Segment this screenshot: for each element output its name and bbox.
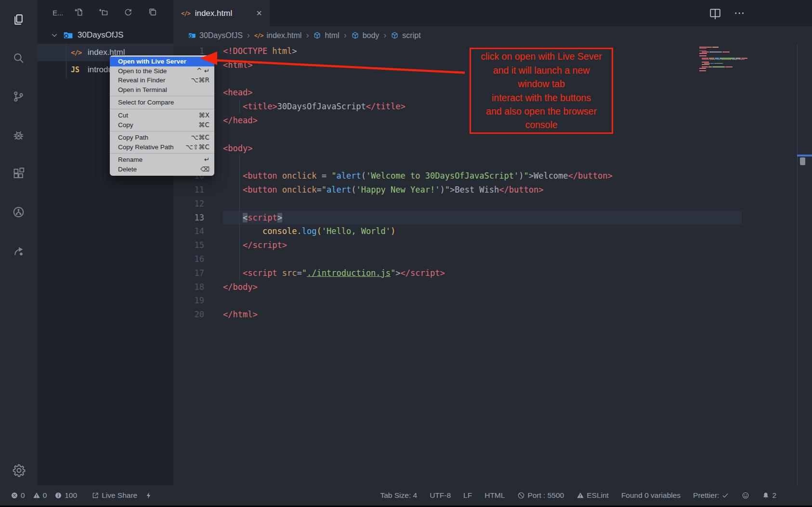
code-line-13[interactable]: 13 <script> [173, 211, 812, 225]
code-line-16[interactable]: 16 [173, 252, 812, 266]
circle-branch-icon[interactable] [0, 193, 37, 231]
extensions-icon[interactable] [0, 154, 37, 193]
status-text: 100 [65, 491, 77, 500]
breadcrumb-body[interactable]: body [351, 31, 380, 40]
menu-item-reveal-in-finder[interactable]: Reveal in Finder⌥⌘R [110, 76, 214, 85]
activity-bar [0, 0, 37, 485]
slash-circle-icon[interactable]: Port : 5500 [517, 491, 564, 500]
menu-item-delete[interactable]: Delete⌫ [110, 165, 214, 174]
code-line-18[interactable]: 18</body> [173, 280, 812, 294]
smiley-icon[interactable] [742, 492, 749, 499]
minimap-line [702, 62, 747, 63]
search-icon[interactable] [0, 39, 37, 77]
menu-item-open-with-live-server[interactable]: Open with Live Server [110, 57, 214, 66]
breadcrumb-separator: › [383, 30, 386, 40]
html[interactable]: HTML [485, 491, 505, 500]
cube-icon [313, 31, 321, 39]
breadcrumb-label: html [325, 31, 339, 40]
annotation-line: console [471, 118, 612, 131]
breadcrumb-30DaysOfJS[interactable]: 30DaysOfJS [188, 31, 243, 40]
line-number: 19 [173, 294, 204, 308]
minimap-line [699, 53, 747, 54]
code-line-17[interactable]: 17 <script src="./introduction.js"></scr… [173, 266, 812, 280]
minimap-line [699, 57, 747, 58]
html-file-icon: </> [181, 10, 190, 17]
share-arrow-icon[interactable] [0, 231, 37, 270]
found-0-variables[interactable]: Found 0 variables [621, 491, 681, 500]
code-line-11[interactable]: 11 <button onclick="alert('Happy New Yea… [173, 183, 812, 197]
minimap[interactable] [699, 47, 747, 72]
utf-8[interactable]: UTF-8 [430, 491, 451, 500]
code-line-20[interactable]: 20</html> [173, 308, 812, 322]
menu-item-open-to-the-side[interactable]: Open to the Side^ ↵ [110, 66, 214, 76]
code-text: console.log('Hello, World') [223, 224, 395, 238]
menu-item-open-in-terminal[interactable]: Open in Terminal [110, 85, 214, 95]
warning-icon[interactable]: ESLint [576, 491, 609, 500]
code-line-10[interactable]: 10 <button onclick = "alert('Welcome to … [173, 169, 812, 183]
lightning-icon[interactable] [145, 492, 153, 499]
menu-item-copy-relative-path[interactable]: Copy Relative Path⌥⇧⌘C [110, 143, 214, 152]
breadcrumb-script[interactable]: script [391, 31, 420, 40]
breadcrumb-label: body [363, 31, 380, 40]
breadcrumb: 30DaysOfJS›</>index.html›html›body›scrip… [173, 26, 812, 44]
warning-icon[interactable]: 0 [33, 491, 47, 500]
close-icon[interactable]: × [256, 8, 262, 19]
warning-icon [576, 492, 584, 499]
breadcrumb-index-html[interactable]: </>index.html [254, 31, 302, 40]
lf[interactable]: LF [463, 491, 472, 500]
code-line-15[interactable]: 15 </script> [173, 238, 812, 252]
menu-item-copy-path[interactable]: Copy Path⌥⌘C [110, 133, 214, 143]
minimap-line [699, 60, 747, 61]
indent-guide [239, 155, 240, 280]
scrollbar-thumb[interactable] [800, 157, 805, 165]
menu-shortcut: ↵ [204, 155, 210, 165]
prettier-[interactable]: Prettier: [693, 491, 729, 500]
gear-icon[interactable] [0, 463, 37, 478]
chevron-down-icon [50, 31, 59, 39]
status-left: 00100Live Share [11, 491, 153, 500]
indent-guide [239, 100, 240, 114]
cube-icon [391, 31, 399, 39]
source-control-icon[interactable] [0, 77, 37, 116]
new-folder-icon[interactable] [99, 7, 108, 19]
context-menu: Open with Live ServerOpen to the Side^ ↵… [110, 55, 214, 176]
new-file-icon[interactable] [74, 7, 84, 19]
menu-separator [110, 96, 214, 96]
menu-separator [110, 131, 214, 131]
menu-item-select-for-compare[interactable]: Select for Compare [110, 98, 214, 107]
tab-index-html[interactable]: </> index.html × [173, 0, 270, 26]
code-line-19[interactable]: 19 [173, 294, 812, 308]
bell-icon[interactable]: 2 [762, 491, 776, 500]
debug-icon[interactable] [0, 116, 37, 154]
code-text: <script src="./introduction.js"></script… [223, 266, 445, 280]
collapse-all-icon[interactable] [148, 7, 157, 19]
minimap-line [699, 55, 747, 56]
info-icon[interactable]: 100 [54, 491, 77, 500]
menu-item-rename[interactable]: Rename↵ [110, 155, 214, 165]
status-text: HTML [485, 491, 505, 500]
tab-size-4[interactable]: Tab Size: 4 [380, 491, 417, 500]
sidebar-actions [74, 7, 157, 19]
html-file-icon: </> [71, 49, 83, 56]
line-number: 11 [173, 183, 204, 197]
files-icon[interactable] [0, 0, 37, 39]
breadcrumb-html[interactable]: html [313, 31, 339, 40]
menu-item-copy[interactable]: Copy⌘C [110, 120, 214, 130]
tree-folder-30daysofjs[interactable]: 30DaysOfJS [37, 26, 173, 44]
error-icon[interactable]: 0 [11, 491, 25, 500]
code-line-14[interactable]: 14 console.log('Hello, World') [173, 224, 812, 238]
line-number: 18 [173, 280, 204, 294]
breadcrumb-label: 30DaysOfJS [199, 31, 243, 40]
code-line-9[interactable]: 9 [173, 155, 812, 169]
code-line-8[interactable]: 8<body> [173, 142, 812, 156]
menu-item-label: Copy Path [118, 133, 148, 143]
code-text: <!DOCTYPE html> [223, 44, 297, 58]
code-line-12[interactable]: 12 [173, 197, 812, 211]
refresh-icon[interactable] [123, 7, 133, 19]
live-share-icon[interactable]: Live Share [92, 491, 137, 500]
split-editor-icon[interactable] [709, 7, 721, 21]
folder-icon [188, 31, 196, 39]
more-actions-icon[interactable]: ⋯ [734, 7, 745, 19]
html-icon: </> [254, 32, 263, 39]
menu-item-cut[interactable]: Cut⌘X [110, 111, 214, 120]
